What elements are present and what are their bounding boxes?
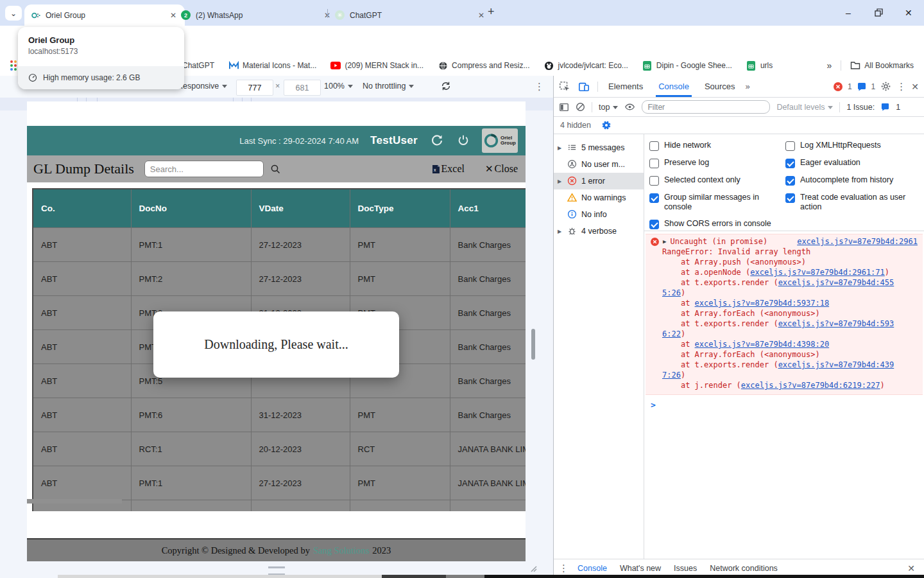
eye-icon[interactable] bbox=[624, 101, 635, 112]
console-sidebar-toggle-icon[interactable] bbox=[559, 102, 569, 112]
table-column-header[interactable]: DocNo bbox=[131, 189, 251, 228]
checkbox-checked-icon[interactable] bbox=[785, 193, 795, 203]
console-setting[interactable]: Log XMLHttpRequests bbox=[785, 141, 917, 151]
stack-frame-link[interactable]: exceljs.js?v=87e79b4d:5936:22 bbox=[662, 319, 894, 338]
table-row[interactable]: ABTPMT:127-12-2023PMTBank Charges bbox=[33, 228, 526, 262]
device-toolbar-options-kebab-icon[interactable]: ⋮ bbox=[535, 81, 544, 92]
device-mode-select[interactable]: Responsive bbox=[177, 82, 227, 91]
sidebar-filter-user[interactable]: No user m... bbox=[554, 156, 644, 173]
console-filter-input[interactable] bbox=[642, 100, 770, 114]
window-minimize-button[interactable]: – bbox=[846, 8, 851, 18]
console-setting[interactable]: Autocomplete from history bbox=[785, 175, 917, 186]
console-setting[interactable]: Eager evaluation bbox=[785, 158, 917, 168]
refresh-icon[interactable] bbox=[429, 133, 445, 148]
power-icon[interactable] bbox=[456, 134, 470, 148]
devtools-settings-gear-icon[interactable] bbox=[880, 81, 891, 92]
table-column-header[interactable]: Acc1 bbox=[450, 189, 526, 228]
context-selector[interactable]: top bbox=[599, 103, 618, 112]
window-restore-button[interactable] bbox=[875, 8, 883, 19]
viewport-height-input[interactable] bbox=[284, 80, 321, 96]
sidebar-filter-error[interactable]: ▶1 error bbox=[554, 173, 644, 189]
more-tabs-icon[interactable]: » bbox=[746, 82, 750, 91]
bookmarks-overflow-icon[interactable]: » bbox=[827, 60, 832, 71]
checkbox-checked-icon[interactable] bbox=[785, 159, 795, 168]
all-bookmarks-button[interactable]: All Bookmarks bbox=[850, 60, 914, 71]
checkbox-unchecked-icon[interactable] bbox=[649, 159, 659, 168]
stack-frame-link[interactable]: exceljs.js?v=87e79b4d:4398:20 bbox=[695, 340, 830, 349]
drawer-close-icon[interactable]: ✕ bbox=[907, 563, 915, 574]
inspect-element-icon[interactable] bbox=[559, 81, 570, 92]
viewport-width-input[interactable] bbox=[236, 80, 273, 96]
footer-link[interactable]: Sang Solutions bbox=[313, 545, 369, 556]
tab-search-button[interactable]: ⌄ bbox=[5, 6, 22, 21]
vertical-scrollbar-thumb[interactable] bbox=[531, 329, 535, 360]
drawer-menu-kebab-icon[interactable]: ⋮ bbox=[559, 563, 569, 574]
checkbox-checked-icon[interactable] bbox=[649, 193, 659, 203]
tab-chatgpt[interactable]: ✳ ChatGPT ✕ bbox=[329, 4, 493, 26]
tab-close-icon[interactable]: ✕ bbox=[476, 11, 486, 20]
stack-frame-link[interactable]: exceljs.js?v=87e79b4d:2961:71 bbox=[750, 268, 885, 277]
search-input[interactable] bbox=[144, 161, 264, 177]
table-row[interactable]: ABTPMT:127-12-2023PMTJANATA BANK LIMITED bbox=[33, 466, 526, 500]
bookmark-item[interactable]: Compress and Resiz... bbox=[438, 60, 529, 71]
table-column-header[interactable]: VDate bbox=[251, 189, 350, 228]
tab-whatsapp[interactable]: 2 (2) WhatsApp ✕ bbox=[175, 4, 339, 26]
checkbox-checked-icon[interactable] bbox=[785, 176, 795, 186]
zoom-select[interactable]: 100% bbox=[324, 82, 353, 91]
search-icon[interactable] bbox=[270, 164, 281, 175]
expand-caret-icon[interactable]: ▶ bbox=[663, 236, 666, 247]
console-prompt-chevron[interactable]: > bbox=[644, 395, 924, 410]
sidebar-filter-info[interactable]: No info bbox=[554, 206, 644, 223]
table-row[interactable]: ABTRCT:120-12-2023RCTJANATA BANK LIMITED bbox=[33, 432, 526, 466]
devtools-menu-kebab-icon[interactable]: ⋮ bbox=[896, 81, 906, 92]
sidebar-filter-list[interactable]: ▶5 messages bbox=[554, 139, 644, 156]
log-levels-select[interactable]: Default levels bbox=[776, 103, 833, 112]
console-setting[interactable]: Selected context only bbox=[649, 175, 785, 186]
checkbox-unchecked-icon[interactable] bbox=[785, 141, 795, 151]
bookmark-item[interactable]: urls bbox=[746, 60, 773, 71]
devtools-close-icon[interactable]: ✕ bbox=[911, 82, 919, 92]
devtools-tab-sources[interactable]: Sources bbox=[702, 76, 738, 97]
checkbox-checked-icon[interactable] bbox=[649, 220, 659, 229]
window-close-button[interactable]: ✕ bbox=[905, 8, 912, 18]
console-setting[interactable]: Group similar messages in console bbox=[649, 193, 785, 212]
stack-frame-link[interactable]: exceljs.js?v=87e79b4d:4397:26 bbox=[662, 360, 894, 380]
excel-export-button[interactable]: x Excel bbox=[432, 163, 465, 175]
bookmark-item[interactable]: Dipin - Google Shee... bbox=[642, 60, 732, 71]
console-setting[interactable]: Show CORS errors in console bbox=[649, 219, 785, 229]
rotate-viewport-icon[interactable] bbox=[440, 80, 452, 94]
console-setting[interactable]: Treat code evaluation as user action bbox=[785, 193, 917, 212]
table-column-header[interactable]: DocType bbox=[350, 189, 450, 228]
table-row[interactable]: ABTPMT:227-12-2023PMTBank Charges bbox=[33, 262, 526, 296]
console-setting[interactable]: Hide network bbox=[649, 141, 785, 151]
table-column-header[interactable]: Co. bbox=[33, 189, 131, 228]
table-row[interactable]: ABTPMT:631-12-2023PMTBank Charges bbox=[33, 398, 526, 432]
close-report-button[interactable]: ✕ Close bbox=[485, 163, 518, 175]
tab-oriel-group[interactable]: Oriel Group ✕ bbox=[24, 4, 185, 26]
sidebar-filter-warn[interactable]: No warnings bbox=[554, 189, 644, 206]
stack-frame-link[interactable]: exceljs.js?v=87e79b4d:4555:26 bbox=[662, 278, 894, 297]
bookmark-item[interactable]: jvlcode/jvlcart: Eco... bbox=[543, 60, 628, 71]
new-tab-button[interactable]: + bbox=[488, 5, 495, 19]
devtools-tab-console[interactable]: Console bbox=[656, 76, 692, 97]
throttling-select[interactable]: No throttling bbox=[363, 82, 414, 91]
issues-badge-icon[interactable] bbox=[881, 103, 889, 111]
bookmark-item[interactable]: ChatGPT bbox=[182, 61, 214, 70]
checkbox-unchecked-icon[interactable] bbox=[649, 176, 659, 186]
checkbox-unchecked-icon[interactable] bbox=[649, 141, 659, 151]
corner-resize-handle[interactable] bbox=[527, 563, 538, 575]
console-settings-gear-icon[interactable] bbox=[601, 120, 612, 130]
sidebar-filter-bug[interactable]: ▶4 verbose bbox=[554, 223, 644, 240]
devtools-tab-elements[interactable]: Elements bbox=[606, 76, 646, 97]
stack-frame-link[interactable]: exceljs.js?v=87e79b4d:5937:18 bbox=[695, 299, 830, 308]
stack-frame-link[interactable]: exceljs.js?v=87e79b4d:6219:227 bbox=[741, 381, 880, 390]
clear-console-icon[interactable] bbox=[576, 102, 585, 112]
bookmark-item[interactable]: Material Icons - Mat... bbox=[228, 60, 316, 71]
error-source-link[interactable]: exceljs.js?v=87e79b4d:2961 bbox=[797, 236, 918, 247]
bookmark-item[interactable]: (209) MERN Stack in... bbox=[330, 60, 424, 71]
viewport-resize-handle[interactable] bbox=[268, 566, 285, 575]
error-badge-icon[interactable] bbox=[834, 82, 843, 91]
message-badge-icon[interactable] bbox=[857, 82, 866, 91]
console-setting[interactable]: Preserve log bbox=[649, 158, 785, 168]
device-toolbar-toggle-icon[interactable] bbox=[578, 81, 590, 92]
